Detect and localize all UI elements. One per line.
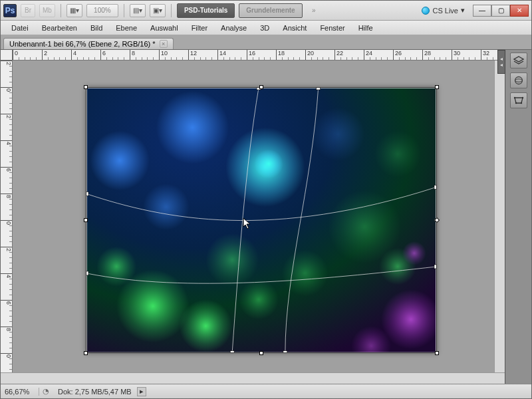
- ruler-tick: 6: [1, 167, 12, 172]
- minibridge-button[interactable]: Mb: [39, 4, 55, 17]
- canvas-image: [86, 88, 436, 352]
- menu-fenster[interactable]: Fenster: [313, 21, 351, 35]
- ruler-tick: 0: [1, 220, 12, 225]
- menu-bar: Datei Bearbeiten Bild Ebene Auswahl Filt…: [1, 21, 531, 35]
- panel-collapse-button[interactable]: ◂◂: [497, 50, 505, 74]
- ruler-tick: 28: [422, 50, 431, 60]
- ruler-vertical[interactable]: 2024680246802: [1, 61, 13, 372]
- ruler-tick: 20: [305, 50, 314, 60]
- svg-point-33: [520, 102, 521, 104]
- ruler-tick: 22: [334, 50, 343, 60]
- transform-handle-br[interactable]: [435, 351, 439, 355]
- workspace-tab-grundelemente[interactable]: Grundelemente: [239, 3, 302, 18]
- ruler-tick: 4: [1, 140, 12, 145]
- svg-point-14: [312, 108, 365, 161]
- cslive-button[interactable]: CS Live ▾: [422, 6, 465, 15]
- ruler-tick: 12: [188, 50, 197, 60]
- ruler-tick: 8: [1, 194, 12, 198]
- menu-hilfe[interactable]: Hilfe: [352, 21, 380, 35]
- workspace-more-button[interactable]: »: [307, 4, 321, 17]
- svg-point-6: [205, 233, 259, 287]
- transform-handle-tl[interactable]: [84, 85, 88, 89]
- cslive-icon: [422, 7, 430, 15]
- status-bar: 66,67% ◔ Dok: 2,75 MB/5,47 MB ▸: [1, 384, 531, 398]
- menu-ebene[interactable]: Ebene: [109, 21, 144, 35]
- menu-datei[interactable]: Datei: [5, 21, 35, 35]
- menu-ansicht[interactable]: Ansicht: [276, 21, 313, 35]
- window-controls: — ▢ ✕: [473, 5, 529, 17]
- document-tab[interactable]: Unbenannt-1 bei 66,7% (Ebene 2, RGB/16) …: [3, 38, 174, 49]
- svg-point-18: [402, 241, 426, 265]
- zoom-select[interactable]: 100%: [86, 4, 118, 17]
- svg-point-30: [513, 97, 515, 98]
- menu-bild[interactable]: Bild: [84, 21, 109, 35]
- status-zoom[interactable]: 66,67%: [1, 388, 39, 396]
- ruler-tick: 0: [1, 87, 12, 92]
- ruler-tick: 6: [100, 50, 106, 60]
- close-tab-button[interactable]: ×: [160, 40, 168, 48]
- ruler-tick: 8: [1, 327, 12, 331]
- bridge-button[interactable]: Br: [21, 4, 35, 17]
- svg-point-32: [515, 102, 516, 104]
- ruler-tick: 24: [364, 50, 372, 60]
- workspace-tab-psdtutorials[interactable]: PSD-Tutorials: [177, 3, 235, 18]
- scrollbar-vertical[interactable]: [494, 61, 505, 372]
- ruler-tick: 4: [71, 50, 76, 60]
- svg-point-5: [254, 150, 283, 179]
- divider: [171, 4, 172, 17]
- svg-point-29: [515, 79, 522, 82]
- editor-area: 02468101214161820222426283032 2024680246…: [1, 50, 505, 384]
- cslive-label: CS Live: [432, 7, 458, 15]
- svg-point-8: [96, 247, 136, 287]
- close-button[interactable]: ✕: [510, 5, 529, 17]
- scrollbar-horizontal[interactable]: [1, 372, 505, 384]
- menu-analyse[interactable]: Analyse: [214, 21, 253, 35]
- chevron-down-icon: ▾: [461, 6, 465, 15]
- transform-handle-bm[interactable]: [259, 351, 263, 355]
- ruler-tick: 6: [1, 300, 12, 305]
- ruler-tick: 26: [393, 50, 402, 60]
- ruler-corner[interactable]: [1, 50, 13, 61]
- ruler-tick: 8: [130, 50, 135, 60]
- ruler-tick: 30: [452, 50, 460, 60]
- panel-strip: [505, 50, 531, 384]
- view-extras-button[interactable]: ▦▾: [66, 4, 82, 17]
- document-tab-title: Unbenannt-1 bei 66,7% (Ebene 2, RGB/16) …: [9, 40, 156, 48]
- canvas[interactable]: [86, 87, 437, 353]
- ruler-tick: 2: [1, 61, 12, 65]
- maximize-button[interactable]: ▢: [491, 5, 510, 17]
- svg-point-10: [239, 280, 279, 320]
- svg-point-11: [282, 250, 329, 297]
- svg-point-3: [143, 184, 190, 230]
- ruler-tick: 18: [276, 50, 285, 60]
- transform-handle-tr[interactable]: [435, 85, 439, 89]
- puppet-warp-panel-icon[interactable]: [510, 92, 527, 108]
- title-toolbar: Ps Br Mb ▦▾ 100% ▤▾ ▣▾ PSD-Tutorials Gru…: [1, 1, 531, 21]
- 3d-panel-icon[interactable]: [510, 72, 527, 88]
- screen-mode-button[interactable]: ▣▾: [150, 4, 166, 17]
- canvas-viewport[interactable]: [13, 61, 494, 372]
- status-doc-size[interactable]: Dok: 2,75 MB/5,47 MB: [53, 388, 137, 396]
- arrange-docs-button[interactable]: ▤▾: [130, 4, 146, 17]
- divider: [61, 4, 61, 17]
- ruler-tick: 16: [247, 50, 255, 60]
- ruler-tick: 0: [1, 353, 12, 358]
- status-popup-arrow[interactable]: ▸: [137, 387, 146, 396]
- ruler-tick: 10: [159, 50, 168, 60]
- ruler-tick: 2: [1, 114, 12, 118]
- app-logo: Ps: [3, 4, 17, 17]
- status-preview-icon[interactable]: ◔: [39, 387, 53, 396]
- ruler-horizontal[interactable]: 02468101214161820222426283032: [13, 50, 505, 61]
- minimize-button[interactable]: —: [473, 5, 491, 17]
- transform-handle-tm[interactable]: [259, 85, 263, 89]
- menu-auswahl[interactable]: Auswahl: [144, 21, 185, 35]
- divider: [124, 4, 124, 17]
- layers-panel-icon[interactable]: [510, 53, 527, 68]
- menu-bearbeiten[interactable]: Bearbeiten: [35, 21, 84, 35]
- transform-handle-bl[interactable]: [84, 351, 88, 355]
- ruler-tick: 4: [1, 273, 12, 278]
- menu-3d[interactable]: 3D: [253, 21, 276, 35]
- svg-point-31: [521, 97, 523, 98]
- transform-handle-ml[interactable]: [84, 218, 88, 222]
- menu-filter[interactable]: Filter: [185, 21, 214, 35]
